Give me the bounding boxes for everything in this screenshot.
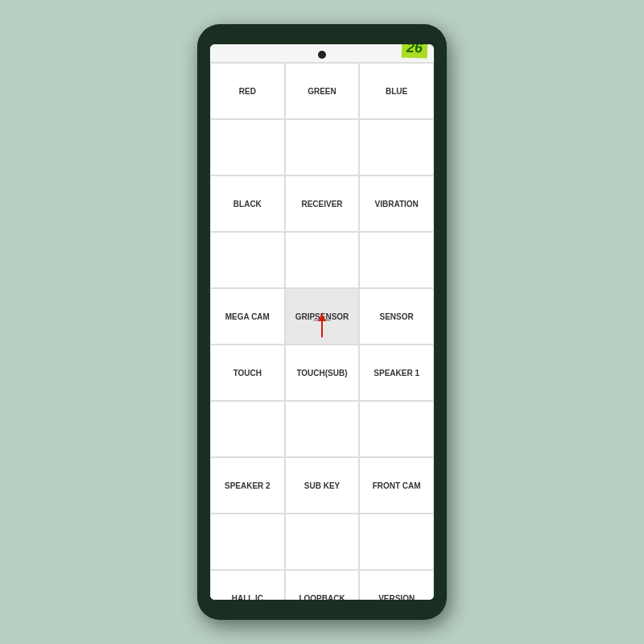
grid-cell-empty-9-1[interactable] — [210, 514, 285, 570]
phone-device: 26 RED GREEN BLUE BLACK RECEIVER VIBRATI… — [197, 24, 447, 620]
grid-cell-empty-4-1[interactable] — [210, 232, 285, 288]
grid-cell-front-cam[interactable]: FRONT CAM — [359, 457, 434, 514]
number-sticker: 26 — [402, 44, 428, 59]
grid-cell-sensor[interactable]: SENSOR — [359, 288, 434, 345]
grid-cell-red[interactable]: RED — [210, 63, 285, 119]
grid-cell-speaker2[interactable]: SPEAKER 2 — [210, 457, 285, 514]
grid-cell-empty-2-2[interactable] — [285, 119, 360, 175]
grid-cell-blue[interactable]: BLUE — [359, 63, 434, 119]
grid-cell-empty-7-3[interactable] — [359, 401, 434, 457]
grid-cell-empty-4-3[interactable] — [359, 232, 434, 288]
camera-dot — [318, 51, 326, 59]
grid-cell-green[interactable]: GREEN — [285, 63, 360, 119]
grid-cell-empty-2-3[interactable] — [359, 119, 434, 175]
grid-cell-vibration[interactable]: VIBRATION — [359, 175, 434, 232]
grid-cell-gripsensor[interactable]: GRIPSENSOR — [285, 288, 360, 345]
grid-cell-empty-9-2[interactable] — [285, 514, 360, 570]
svg-marker-1 — [318, 313, 326, 321]
grid-cell-speaker1[interactable]: SPEAKER 1 — [359, 345, 434, 401]
grid-cell-receiver[interactable]: RECEIVER — [285, 175, 360, 232]
grid-cell-empty-7-1[interactable] — [210, 401, 285, 457]
grid-cell-empty-2-1[interactable] — [210, 119, 285, 175]
grid-cell-black[interactable]: BLACK — [210, 175, 285, 232]
grid-cell-loopback[interactable]: LOOPBACK — [285, 570, 360, 600]
grid-cell-hall-ic[interactable]: HALL IC — [210, 570, 285, 600]
grid-cell-empty-9-3[interactable] — [359, 514, 434, 570]
grid-cell-empty-7-2[interactable] — [285, 401, 360, 457]
grid-cell-sub-key[interactable]: SUB KEY — [285, 457, 360, 514]
grid-cell-version[interactable]: VERSION — [359, 570, 434, 600]
test-grid: RED GREEN BLUE BLACK RECEIVER VIBRATION … — [210, 62, 434, 600]
grid-cell-touch[interactable]: TOUCH — [210, 345, 285, 401]
grid-cell-empty-4-2[interactable] — [285, 232, 360, 288]
phone-screen: 26 RED GREEN BLUE BLACK RECEIVER VIBRATI… — [210, 44, 434, 600]
grid-cell-touch-sub[interactable]: TOUCH(SUB) — [285, 345, 360, 401]
grid-cell-mega-cam[interactable]: MEGA CAM — [210, 288, 285, 345]
top-bar: 26 — [210, 44, 434, 62]
arrow-indicator — [315, 313, 329, 339]
